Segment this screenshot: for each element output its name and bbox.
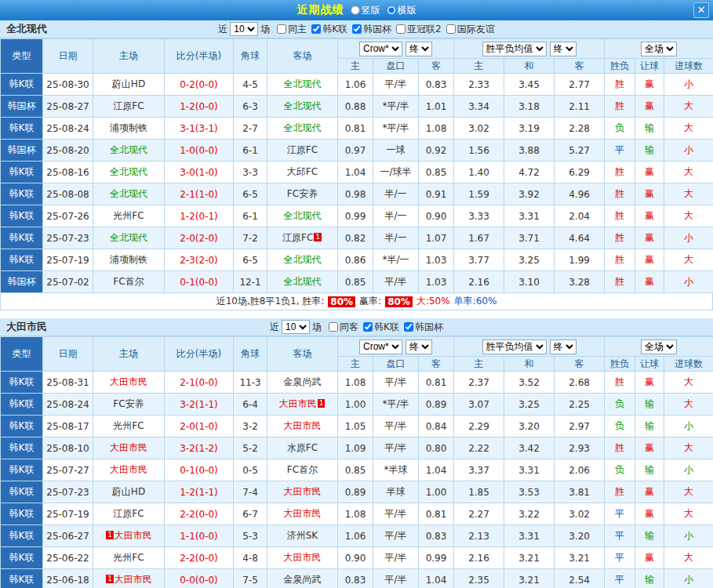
away-team-name: 江原FC	[287, 144, 318, 155]
away-team-cell: 水原FC	[267, 437, 338, 459]
score-cell: 1-1(0-0)	[165, 525, 234, 547]
corner-cell: 6-4	[234, 394, 267, 416]
result-handicap: 赢	[635, 437, 664, 459]
result-handicap: 赢	[635, 481, 664, 503]
away-team-cell: FC安养	[267, 183, 338, 205]
filter-checkbox[interactable]: 韩K联	[311, 23, 347, 36]
asian-handicap: 平/半	[373, 416, 419, 437]
europe-final-select[interactable]: 终	[550, 339, 577, 354]
asian-handicap: 半/一	[373, 183, 419, 205]
league-checkbox[interactable]	[404, 322, 413, 332]
asian-away-odds: 0.81	[419, 503, 454, 525]
team-section-header-1: 全北现代 近 10 场 同主韩K联韩国杯亚冠联2国际友谊	[0, 20, 713, 38]
corner-cell: 4-8	[234, 547, 267, 569]
league-checkbox[interactable]	[352, 24, 362, 34]
europe-average-select[interactable]: 胜平负均值	[482, 339, 547, 354]
titlebar: 近期战绩 竖版 横版 ✕	[0, 0, 713, 20]
europe-home-odds: 2.22	[454, 437, 504, 459]
horizontal-radio[interactable]	[387, 5, 396, 15]
match-date: 25-07-23	[43, 227, 93, 249]
europe-average-select[interactable]: 胜平负均值	[482, 42, 547, 56]
filter-checkbox[interactable]: 同客	[329, 321, 358, 334]
team-name: 大田市民	[6, 320, 47, 334]
europe-away-odds: 2.06	[555, 459, 605, 481]
match-count-select[interactable]: 10	[230, 22, 258, 36]
near-label: 近	[270, 321, 279, 334]
corner-cell: 2-7	[234, 118, 267, 140]
corner-cell: 7-2	[234, 227, 267, 249]
match-date: 25-08-20	[43, 140, 93, 162]
asian-final-select[interactable]: 终	[406, 339, 432, 354]
filter-checkbox[interactable]: 韩K联	[363, 321, 399, 334]
match-row: 韩K联 25-07-27 大田市民 0-1(0-0) 0-5 FC首尔 0.85…	[1, 459, 713, 481]
asian-odds-header: Crow*终	[338, 39, 454, 59]
result-goals: 大	[664, 249, 713, 271]
home-team-cell: FC安养	[93, 394, 165, 416]
home-team-name: 大田市民	[110, 376, 147, 387]
europe-home-odds: 1.56	[454, 140, 504, 162]
filter-checkbox[interactable]: 韩国杯	[404, 321, 443, 334]
corner-cell: 7-5	[234, 569, 267, 588]
result-goals: 小	[664, 271, 713, 293]
subcol-winlose: 胜负	[605, 59, 635, 74]
league-checkbox[interactable]	[329, 322, 338, 332]
league-checkbox[interactable]	[363, 322, 373, 332]
home-team-name: 全北现代	[110, 232, 147, 243]
league-checkbox[interactable]	[277, 24, 286, 34]
home-team-name: 光州FC	[113, 420, 144, 431]
europe-draw-odds: 3.53	[504, 481, 555, 503]
result-goals: 大	[664, 118, 713, 140]
europe-draw-odds: 3.18	[504, 96, 555, 118]
filter-checkbox[interactable]: 国际友谊	[446, 23, 495, 36]
subcol-handicap-result: 让球	[635, 59, 664, 74]
filter-checkbox[interactable]: 同主	[277, 23, 307, 36]
odds-company-select[interactable]: Crow*	[359, 339, 402, 354]
asian-home-odds: 1.06	[338, 525, 373, 547]
result-goals: 小	[664, 525, 713, 547]
result-winlose: 平	[605, 140, 635, 162]
away-team-name: 大田市民	[284, 420, 322, 431]
games-label: 场	[312, 321, 322, 334]
asian-final-select[interactable]: 终	[406, 42, 432, 56]
europe-final-select[interactable]: 终	[550, 42, 577, 56]
europe-away-odds: 2.25	[555, 394, 605, 416]
result-handicap: 输	[635, 416, 664, 437]
asian-home-odds: 1.05	[338, 416, 373, 437]
result-winlose: 平	[605, 503, 635, 525]
score-cell: 1-2(0-0)	[165, 96, 234, 118]
scope-select[interactable]: 全场	[641, 42, 677, 56]
league-checkbox[interactable]	[311, 24, 321, 34]
match-count-select[interactable]: 10	[282, 320, 310, 334]
europe-draw-odds: 3.21	[504, 547, 555, 569]
asian-handicap: 平/半	[373, 437, 419, 459]
checkbox-label: 韩K联	[322, 23, 347, 36]
home-team-name: 江原FC	[113, 100, 144, 111]
subcol-goals: 进球数	[664, 59, 713, 74]
europe-away-odds: 2.11	[555, 96, 605, 118]
europe-draw-odds: 3.88	[504, 140, 555, 162]
score-cell: 2-1(1-0)	[165, 183, 234, 205]
away-team-cell: 大田市民1	[267, 394, 338, 416]
result-handicap: 输	[635, 394, 664, 416]
home-team-cell: 1大田市民	[93, 525, 165, 547]
league-checkbox[interactable]	[446, 24, 456, 34]
result-goals: 大	[664, 394, 713, 416]
league-type-badge: 韩K联	[1, 416, 43, 437]
result-goals: 大	[664, 162, 713, 183]
col-type: 类型	[1, 337, 43, 372]
odds-company-select[interactable]: Crow*	[359, 42, 402, 56]
layout-vertical-option[interactable]: 竖版	[351, 4, 380, 17]
league-checkbox[interactable]	[396, 24, 406, 34]
scope-select[interactable]: 全场	[641, 339, 677, 354]
asian-home-odds: 1.08	[338, 503, 373, 525]
vertical-radio[interactable]	[351, 5, 360, 15]
result-handicap: 赢	[635, 271, 664, 293]
filter-checkbox[interactable]: 亚冠联2	[396, 23, 442, 36]
filter-checkbox[interactable]: 韩国杯	[352, 23, 391, 36]
home-team-cell: 全北现代	[93, 162, 165, 183]
match-row: 韩K联 25-07-23 蔚山HD 1-2(1-1) 7-4 大田市民 0.89…	[1, 481, 713, 503]
asian-handicap: 一/球半	[373, 162, 419, 183]
layout-horizontal-option[interactable]: 横版	[387, 4, 417, 17]
close-button[interactable]: ✕	[693, 2, 709, 18]
match-row: 韩K联 25-08-30 蔚山HD 0-2(0-0) 4-5 全北现代 1.06…	[1, 74, 713, 96]
